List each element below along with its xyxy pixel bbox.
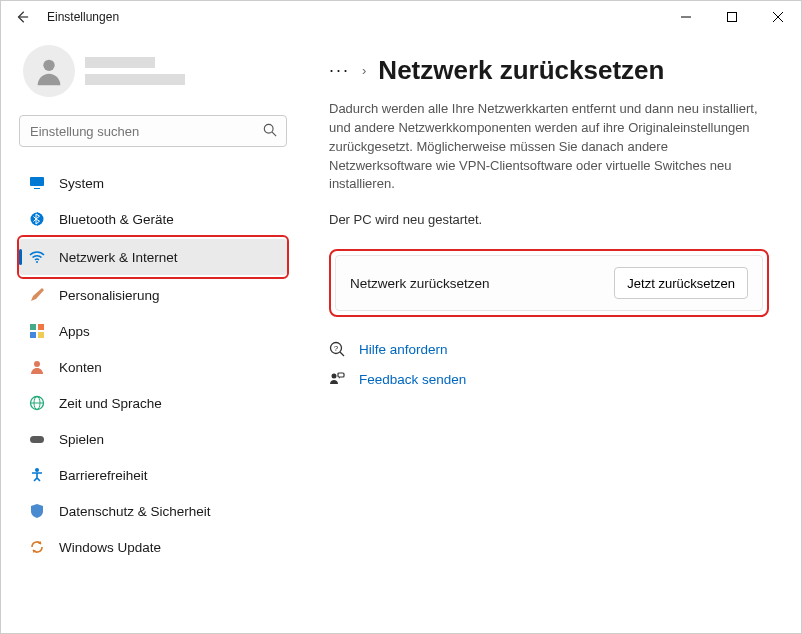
sidebar-item-label: Spielen — [59, 432, 104, 447]
user-profile[interactable] — [19, 45, 287, 97]
monitor-icon — [29, 175, 45, 191]
minimize-button[interactable] — [663, 1, 709, 33]
feedback-icon — [329, 371, 345, 387]
sidebar-item-accessibility[interactable]: Barrierefreiheit — [19, 457, 287, 493]
restart-note: Der PC wird neu gestartet. — [329, 212, 769, 227]
description-text: Dadurch werden alle Ihre Netzwerkkarten … — [329, 100, 769, 194]
sidebar-item-label: Konten — [59, 360, 102, 375]
svg-point-4 — [43, 60, 54, 71]
sidebar-item-privacy[interactable]: Datenschutz & Sicherheit — [19, 493, 287, 529]
shield-icon — [29, 503, 45, 519]
avatar — [23, 45, 75, 97]
search-input[interactable] — [19, 115, 287, 147]
help-link[interactable]: ? Hilfe anfordern — [329, 341, 769, 357]
person-icon — [29, 359, 45, 375]
sidebar-item-bluetooth[interactable]: Bluetooth & Geräte — [19, 201, 287, 237]
help-link-label: Hilfe anfordern — [359, 342, 448, 357]
back-button[interactable] — [15, 10, 29, 24]
reset-card-highlight: Netzwerk zurücksetzen Jetzt zurücksetzen — [329, 249, 769, 317]
svg-line-6 — [272, 132, 276, 136]
accessibility-icon — [29, 467, 45, 483]
wifi-icon — [29, 249, 45, 265]
main-content: ··· › Netzwerk zurücksetzen Dadurch werd… — [301, 33, 801, 633]
svg-point-24 — [332, 374, 337, 379]
sidebar-item-label: Personalisierung — [59, 288, 160, 303]
reset-card-label: Netzwerk zurücksetzen — [350, 276, 490, 291]
sidebar: System Bluetooth & Geräte Netzwerk & Int… — [1, 33, 301, 633]
svg-point-5 — [264, 124, 273, 133]
sidebar-item-personalization[interactable]: Personalisierung — [19, 277, 287, 313]
svg-rect-19 — [30, 436, 44, 443]
svg-rect-12 — [38, 324, 44, 330]
breadcrumb: ··· › Netzwerk zurücksetzen — [329, 55, 769, 86]
update-icon — [29, 539, 45, 555]
breadcrumb-ellipsis[interactable]: ··· — [329, 60, 350, 81]
sidebar-item-system[interactable]: System — [19, 165, 287, 201]
reset-now-button[interactable]: Jetzt zurücksetzen — [614, 267, 748, 299]
svg-text:?: ? — [334, 344, 339, 353]
svg-line-23 — [340, 352, 344, 356]
reset-card: Netzwerk zurücksetzen Jetzt zurücksetzen — [335, 255, 763, 311]
svg-point-20 — [35, 468, 39, 472]
svg-point-15 — [34, 361, 40, 367]
sidebar-item-network[interactable]: Netzwerk & Internet — [19, 239, 287, 275]
brush-icon — [29, 287, 45, 303]
svg-rect-13 — [30, 332, 36, 338]
feedback-link-label: Feedback senden — [359, 372, 466, 387]
globe-icon — [29, 395, 45, 411]
sidebar-item-label: Apps — [59, 324, 90, 339]
titlebar: Einstellungen — [1, 1, 801, 33]
svg-rect-14 — [38, 332, 44, 338]
bluetooth-icon — [29, 211, 45, 227]
svg-rect-8 — [34, 188, 40, 189]
close-button[interactable] — [755, 1, 801, 33]
sidebar-item-label: Windows Update — [59, 540, 161, 555]
svg-rect-1 — [728, 13, 737, 22]
user-info-redacted — [85, 57, 185, 85]
page-title: Netzwerk zurücksetzen — [378, 55, 664, 86]
sidebar-item-label: Bluetooth & Geräte — [59, 212, 174, 227]
svg-rect-7 — [30, 177, 44, 186]
sidebar-item-accounts[interactable]: Konten — [19, 349, 287, 385]
maximize-button[interactable] — [709, 1, 755, 33]
sidebar-item-label: Netzwerk & Internet — [59, 250, 178, 265]
svg-rect-25 — [338, 373, 344, 377]
sidebar-item-apps[interactable]: Apps — [19, 313, 287, 349]
sidebar-item-gaming[interactable]: Spielen — [19, 421, 287, 457]
sidebar-item-label: Zeit und Sprache — [59, 396, 162, 411]
apps-icon — [29, 323, 45, 339]
svg-rect-11 — [30, 324, 36, 330]
chevron-right-icon: › — [362, 63, 366, 78]
sidebar-item-windows-update[interactable]: Windows Update — [19, 529, 287, 565]
sidebar-item-time-language[interactable]: Zeit und Sprache — [19, 385, 287, 421]
feedback-link[interactable]: Feedback senden — [329, 371, 769, 387]
search-box[interactable] — [19, 115, 287, 147]
sidebar-highlight: Netzwerk & Internet — [17, 235, 289, 279]
window-title: Einstellungen — [47, 10, 663, 24]
sidebar-item-label: Barrierefreiheit — [59, 468, 148, 483]
search-icon — [263, 123, 277, 141]
sidebar-item-label: Datenschutz & Sicherheit — [59, 504, 211, 519]
gamepad-icon — [29, 431, 45, 447]
sidebar-item-label: System — [59, 176, 104, 191]
svg-point-10 — [36, 261, 38, 263]
nav-list: System Bluetooth & Geräte Netzwerk & Int… — [19, 165, 287, 565]
help-icon: ? — [329, 341, 345, 357]
